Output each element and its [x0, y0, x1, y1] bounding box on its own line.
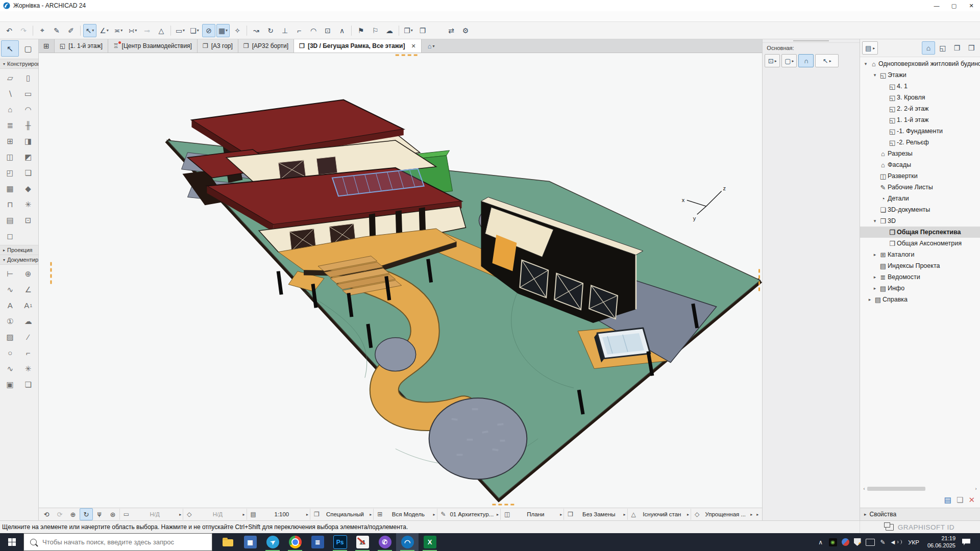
dimension-tool[interactable]: ⊢: [1, 266, 19, 282]
tree-item[interactable]: ▸▤Справка: [860, 294, 980, 305]
project-map-button[interactable]: ⌂: [922, 41, 935, 55]
circle-tool[interactable]: ○: [1, 345, 19, 361]
taskbar-file-explorer[interactable]: [216, 533, 239, 551]
suspend-groups-icon[interactable]: ⊘: [202, 24, 215, 37]
navigator-settings-icon[interactable]: ▤: [944, 495, 951, 505]
tree-item[interactable]: ◱-2. Рельєф: [860, 137, 980, 148]
column-tool[interactable]: ▯: [19, 70, 37, 86]
polyline-tool[interactable]: ⌐: [19, 345, 37, 361]
tab-first-floor[interactable]: ◱[1. 1-й этаж]: [55, 39, 108, 53]
trace-reference-icon[interactable]: ▦▾: [216, 24, 230, 37]
tree-item[interactable]: ⌂Разрезы: [860, 148, 980, 159]
undo-icon[interactable]: ↶: [3, 24, 16, 37]
tree-item[interactable]: ◱2. 2-й этаж: [860, 103, 980, 114]
taskbar-viber[interactable]: ✆: [374, 533, 396, 551]
tray-color-app[interactable]: [842, 538, 849, 546]
snap-reference-icon[interactable]: ≍▾: [112, 24, 125, 37]
renovation-override-dropdown[interactable]: ❒Без Замены▸: [564, 509, 627, 520]
taskbar-calculator[interactable]: ▦: [239, 533, 261, 551]
toolbox-section-projection[interactable]: ▸ Проекция: [0, 245, 38, 255]
orbit-icon[interactable]: ↻: [264, 24, 277, 37]
structure-display-dropdown[interactable]: ⊞Вся Модель▸: [373, 509, 436, 520]
toolbar-button[interactable]: [430, 24, 444, 37]
graphisoft-id[interactable]: GRAPHISOFT ID: [860, 521, 980, 533]
maximize-button[interactable]: ▢: [945, 0, 963, 11]
snap-guides-icon[interactable]: ∠▾: [97, 24, 111, 37]
layer-combination-icon[interactable]: ❐▾: [402, 24, 415, 37]
toolbar-button[interactable]: [399, 26, 399, 36]
elevation-dimension-tool[interactable]: ∿: [1, 282, 19, 297]
marker-tool[interactable]: ①: [1, 313, 19, 329]
fly-mode-icon[interactable]: ↝: [250, 24, 263, 37]
volume-icon[interactable]: ◀: [891, 539, 902, 545]
tab-close-icon[interactable]: ✕: [411, 43, 416, 49]
model-view-dropdown[interactable]: ◫Плани▸: [500, 509, 564, 520]
view-redo-button[interactable]: ⟳: [53, 508, 66, 520]
flag-outline-icon[interactable]: ⚐: [369, 24, 382, 37]
start-button[interactable]: [0, 533, 23, 551]
search-input[interactable]: [41, 538, 212, 546]
gravity-icon[interactable]: ⊸: [140, 24, 154, 37]
frame-guide-icon[interactable]: ⊡: [321, 24, 334, 37]
zoom-preset-dropdown[interactable]: ▭Н/Д▸: [119, 509, 183, 520]
properties-section[interactable]: ▸ Свойства: [860, 508, 980, 520]
window-tool[interactable]: ◫: [1, 149, 19, 165]
autogroup-icon[interactable]: ❏▾: [188, 24, 201, 37]
toolbox-section-design[interactable]: ▾ Конструиров: [0, 59, 38, 69]
tree-item[interactable]: ◱3. Кровля: [860, 92, 980, 103]
toolbar-button[interactable]: [80, 26, 81, 36]
curtain-wall-tool[interactable]: ⊞: [1, 133, 19, 149]
tab-a3-layout[interactable]: ❐[A3 гор]: [198, 39, 238, 53]
tray-defender-shield[interactable]: [854, 538, 861, 546]
hotspot-tool[interactable]: ✳: [19, 361, 37, 377]
object-tool[interactable]: ❏: [19, 165, 37, 181]
railing-tool[interactable]: ╫: [19, 117, 37, 133]
skylight-tool[interactable]: ◩: [19, 149, 37, 165]
tree-item[interactable]: ◫Развертки: [860, 170, 980, 182]
tab-interaction-center[interactable]: ♖[Центр Взаимодействия]: [108, 39, 198, 53]
morph-tool[interactable]: ◆: [19, 181, 37, 196]
fill-tool[interactable]: ▨: [1, 329, 19, 345]
taskbar-search[interactable]: [23, 533, 212, 551]
layer-settings-icon[interactable]: ❐: [416, 24, 429, 37]
drawing-tool[interactable]: ❏: [19, 377, 37, 392]
tree-item[interactable]: ◱1. 1-й этаж: [860, 114, 980, 126]
figure-tool[interactable]: ▣: [1, 377, 19, 392]
syringe-icon[interactable]: ✐: [64, 24, 78, 37]
pen-set-dropdown[interactable]: ✎01 Архитектур...▸: [437, 509, 500, 520]
view-map-button[interactable]: ◱: [936, 41, 949, 55]
3d-viewport[interactable]: x z y: [39, 53, 762, 508]
marquee-select-button[interactable]: ▢▸: [781, 54, 797, 67]
popup-navigator-button[interactable]: ⌂▾: [425, 39, 438, 53]
arrow-button[interactable]: ↖▸: [815, 54, 839, 67]
label-tool[interactable]: A1: [19, 297, 37, 313]
toolbar-button[interactable]: [33, 26, 33, 36]
tree-item[interactable]: ▤Индексы Проекта: [860, 260, 980, 271]
magic-wand-icon[interactable]: ✧: [231, 24, 244, 37]
tab-3d-window[interactable]: ❒[3D / Бегущая Рамка, Все этажи]✕: [294, 39, 422, 53]
close-button[interactable]: ✕: [963, 0, 980, 11]
tree-chevron-icon[interactable]: ▾: [862, 61, 869, 66]
tree-item[interactable]: ❏3D-документы: [860, 204, 980, 215]
lamp-tool[interactable]: ✳: [19, 196, 37, 212]
tab-ap32-layout[interactable]: ❐[AP32 борти]: [238, 39, 294, 53]
teamwork-send-icon[interactable]: ⇄: [445, 24, 458, 37]
eyedropper-icon[interactable]: ✎: [50, 24, 63, 37]
teamwork-settings-icon[interactable]: ⚙: [459, 24, 472, 37]
scroll-left-icon[interactable]: ‹: [861, 486, 867, 491]
editing-plane-icon[interactable]: △: [155, 24, 168, 37]
orbit-button[interactable]: ↻: [80, 508, 93, 520]
corner-window-tool[interactable]: ◰: [1, 165, 19, 181]
flag-icon[interactable]: ⚑: [354, 24, 368, 37]
tree-chevron-icon[interactable]: ▸: [871, 286, 878, 291]
toolbar-button[interactable]: [247, 26, 247, 36]
tree-item[interactable]: ▸⊞Каталоги: [860, 249, 980, 260]
toolbar-button[interactable]: [170, 26, 171, 36]
taskbar-photoshop[interactable]: Ps: [329, 533, 351, 551]
tree-item[interactable]: ✎Рабочие Листы: [860, 182, 980, 193]
tree-item-general-perspective[interactable]: ❒Общая Перспектива: [860, 227, 980, 238]
corner-guide-icon[interactable]: ⌐: [292, 24, 306, 37]
toolbar-button[interactable]: [351, 26, 352, 36]
publisher-button[interactable]: ❒: [965, 41, 978, 55]
zone-tool[interactable]: ⊡: [19, 212, 37, 228]
